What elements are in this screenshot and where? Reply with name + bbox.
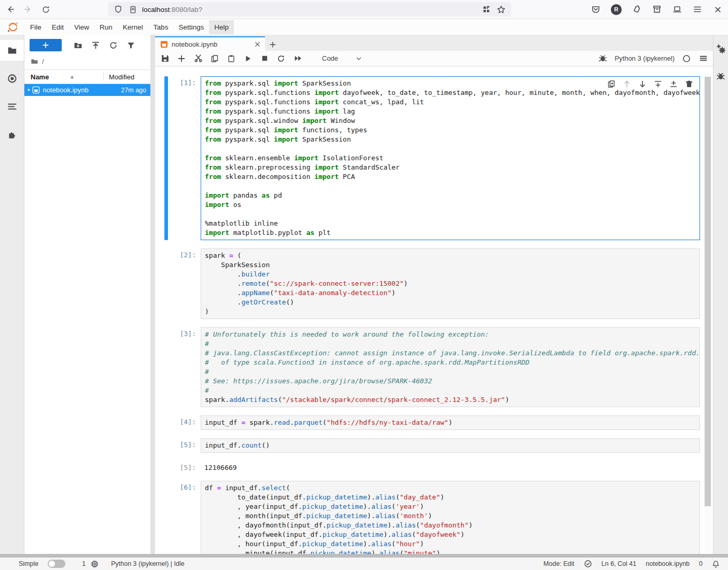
new-folder-icon[interactable] <box>74 41 82 50</box>
file-list-header: Name ▲ Modified <box>24 69 150 84</box>
column-modified[interactable]: Modified <box>109 73 146 81</box>
kernel-chip-icon[interactable] <box>91 560 99 568</box>
pocket-icon[interactable] <box>591 4 601 15</box>
file-name: notebook.ipynb <box>43 86 121 94</box>
menu-help[interactable]: Help <box>209 20 234 34</box>
code-cell: [5]:input_df.count() <box>155 438 713 453</box>
kernel-name[interactable]: Python 3 (ipykernel) <box>614 54 675 62</box>
menu-edit[interactable]: Edit <box>47 20 69 34</box>
insert-cell-below-icon[interactable] <box>669 79 678 88</box>
panel-splitter[interactable] <box>150 35 155 554</box>
scrollbar-thumb[interactable] <box>705 77 711 506</box>
bell-icon[interactable] <box>712 560 720 568</box>
close-window-icon[interactable] <box>712 4 723 15</box>
menu-file[interactable]: File <box>25 20 47 34</box>
menu-settings[interactable]: Settings <box>173 20 209 34</box>
notebook-scrollbar[interactable] <box>704 73 711 552</box>
copy-cells-button[interactable] <box>210 54 219 63</box>
refresh-icon[interactable] <box>109 41 118 50</box>
filter-icon[interactable] <box>127 41 135 50</box>
menu-tabs[interactable]: Tabs <box>148 20 174 34</box>
url-bar[interactable]: localhost:8080/lab? <box>108 2 511 17</box>
debugger-sidebar-tab[interactable] <box>716 72 725 81</box>
jupyterlab-menubar: File Edit View Run Kernel Tabs Settings … <box>0 19 728 35</box>
archive-icon[interactable] <box>652 4 662 15</box>
notebook-tab[interactable]: notebook.ipynb <box>155 36 265 51</box>
cell-collapser[interactable] <box>164 327 168 407</box>
notebook-cells: [1]:from pyspark.sql import SparkSession… <box>155 66 713 554</box>
file-browser-tab[interactable] <box>0 40 24 61</box>
breadcrumb-root[interactable]: / <box>42 58 44 65</box>
extensions-icon[interactable] <box>632 4 642 15</box>
reload-icon[interactable] <box>40 4 51 15</box>
running-kernels-tab[interactable] <box>0 68 24 89</box>
input-prompt: [6]: <box>172 481 201 554</box>
table-of-contents-tab[interactable] <box>0 96 24 117</box>
duplicate-cell-icon[interactable] <box>607 79 615 88</box>
delete-cell-icon[interactable] <box>684 79 693 88</box>
cell-collapser[interactable] <box>164 248 168 319</box>
kernel-count[interactable]: 1 <box>82 560 86 567</box>
cell-collapser[interactable] <box>164 415 168 430</box>
column-name[interactable]: Name ▲ <box>31 73 103 81</box>
code-cell: [4]:input_df = spark.read.parquet("hdfs:… <box>155 415 713 430</box>
notebook-tab-icon <box>160 40 168 48</box>
kernel-status-icon[interactable] <box>682 54 691 63</box>
cell-editor[interactable]: spark = ( SparkSession .builder .remote(… <box>201 248 700 319</box>
activity-bar <box>0 35 24 554</box>
bookmark-star-icon[interactable] <box>496 4 506 15</box>
sort-caret-icon: ▲ <box>69 74 74 79</box>
mode-indicator[interactable]: Mode: Edit <box>543 560 575 567</box>
cell-editor[interactable]: df = input_df.select( to_date(input_df.p… <box>201 481 700 554</box>
restart-run-all-button[interactable] <box>293 54 302 63</box>
notebook-file-icon <box>32 86 40 94</box>
new-tab-button[interactable] <box>265 38 281 51</box>
page-info-icon[interactable] <box>128 4 138 15</box>
cell-editor[interactable]: from pyspark.sql import SparkSessionfrom… <box>201 76 700 240</box>
cursor-position[interactable]: Ln 6, Col 41 <box>601 560 636 567</box>
run-button[interactable] <box>243 54 253 63</box>
cell-editor[interactable]: input_df.count() <box>201 438 700 453</box>
toolbar-menu-icon[interactable] <box>698 54 708 63</box>
menu-run[interactable]: Run <box>94 20 118 34</box>
cell-editor[interactable]: input_df = spark.read.parquet("hdfs://hd… <box>201 415 700 430</box>
cell-collapser[interactable] <box>164 461 168 472</box>
add-cell-button[interactable] <box>177 54 186 63</box>
cell-type-dropdown[interactable]: Code <box>319 53 365 63</box>
notification-count[interactable]: 0 <box>699 560 703 567</box>
move-cell-down-icon[interactable] <box>638 79 647 88</box>
profile-avatar[interactable]: R <box>611 4 622 15</box>
tracking-shield-icon[interactable] <box>113 4 123 15</box>
menu-view[interactable]: View <box>69 20 94 34</box>
forward-icon[interactable] <box>23 4 33 15</box>
code-cell: [2]:spark = ( SparkSession .builder .rem… <box>155 248 713 319</box>
screenshot-grid-icon[interactable] <box>481 4 492 15</box>
back-icon[interactable] <box>5 4 16 15</box>
menu-kernel[interactable]: Kernel <box>118 20 148 34</box>
devices-icon[interactable] <box>672 4 682 15</box>
save-button[interactable] <box>160 54 170 63</box>
debugger-icon[interactable] <box>598 54 607 63</box>
cell-collapser[interactable] <box>164 438 168 453</box>
property-inspector-tab[interactable] <box>716 44 726 54</box>
new-launcher-button[interactable] <box>30 39 62 51</box>
kernel-status-text[interactable]: Python 3 (ipykernel) | Idle <box>111 560 185 567</box>
cut-cells-button[interactable] <box>193 54 203 63</box>
move-cell-up-icon[interactable] <box>622 79 631 88</box>
cell-toolbar <box>606 79 694 89</box>
cell-collapser[interactable] <box>164 481 168 554</box>
tab-close-icon[interactable] <box>254 41 261 48</box>
stop-button[interactable] <box>260 54 269 63</box>
cell-editor[interactable]: # Unfortunately this is needed to work a… <box>201 327 700 407</box>
trust-shield-icon <box>584 560 592 568</box>
insert-cell-above-icon[interactable] <box>653 79 662 88</box>
cell-collapser[interactable] <box>164 76 168 240</box>
breadcrumb[interactable]: / <box>24 54 150 69</box>
extension-manager-tab[interactable] <box>0 124 24 145</box>
menu-icon[interactable] <box>692 4 703 15</box>
simple-mode-toggle[interactable] <box>48 560 65 568</box>
paste-cells-button[interactable] <box>227 54 236 63</box>
file-row-notebook[interactable]: • notebook.ipynb 27m ago <box>24 84 150 96</box>
restart-kernel-button[interactable] <box>276 54 286 63</box>
upload-icon[interactable] <box>91 41 100 50</box>
